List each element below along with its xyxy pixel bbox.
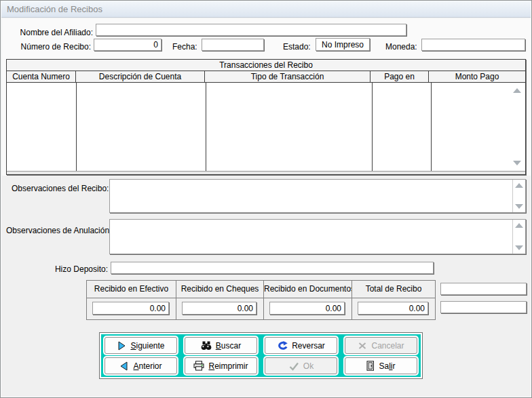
grid-header-row: Cuenta Numero Descripción de Cuenta Tipo… — [7, 71, 525, 83]
hizo-deposito-label: Hizo Deposito: — [54, 264, 108, 274]
column-divider — [372, 83, 373, 171]
total-cell-documentos — [264, 298, 352, 319]
binoculars-icon — [201, 341, 212, 351]
cancel-x-icon — [358, 341, 367, 351]
reversar-button[interactable]: Reversar — [265, 337, 337, 354]
recibido-cheques-input[interactable] — [182, 302, 256, 315]
scroll-up-icon[interactable] — [515, 223, 523, 228]
observaciones-recibo-field — [109, 179, 526, 213]
buscar-button[interactable]: Buscar — [185, 337, 257, 354]
observaciones-recibo-label: Observaciones del Recibo: — [12, 184, 107, 193]
column-divider — [206, 83, 206, 171]
totales-grid: Recibido en Efectivo Recibido en Cheques… — [86, 280, 436, 320]
observaciones-recibo-textarea[interactable] — [110, 180, 512, 212]
cancelar-button[interactable]: Cancelar — [345, 337, 417, 354]
total-header-efectivo: Recibido en Efectivo — [87, 281, 176, 298]
scroll-down-icon[interactable] — [515, 204, 523, 209]
exit-door-icon — [366, 361, 375, 371]
column-divider — [76, 83, 77, 171]
window-title: Modificación de Recibos — [7, 4, 102, 14]
hizo-deposito-input[interactable] — [111, 262, 434, 274]
nombre-afiliado-input[interactable] — [96, 24, 406, 36]
moneda-label: Moneda: — [385, 42, 417, 52]
numero-recibo-input[interactable] — [94, 39, 162, 51]
total-cell-cheques — [176, 298, 264, 319]
grid-title: Transacciones del Recibo — [7, 60, 525, 71]
observaciones-anulacion-scrollbar[interactable] — [512, 220, 525, 254]
scroll-down-icon[interactable] — [513, 161, 521, 165]
numero-recibo-label: Número de Recibo: — [18, 42, 91, 52]
next-triangle-icon — [117, 341, 126, 351]
total-cell-total — [352, 298, 435, 319]
total-recibo-input[interactable] — [358, 302, 428, 315]
col-header-cuenta-numero: Cuenta Numero — [7, 71, 76, 82]
scroll-down-icon[interactable] — [515, 245, 523, 250]
printer-icon — [193, 361, 204, 371]
total-cell-efectivo — [87, 298, 176, 319]
observaciones-anulacion-field — [109, 219, 526, 254]
fecha-label: Fecha: — [172, 42, 197, 52]
recibido-documentos-input[interactable] — [269, 302, 345, 315]
reimprimir-button[interactable]: Reimprimir — [185, 357, 257, 374]
extra-bottom-input[interactable] — [440, 301, 527, 313]
observaciones-anulacion-label: Observaciones de Anulación: — [6, 226, 107, 235]
moneda-input[interactable] — [421, 39, 525, 51]
action-button-panel: Siguiente Buscar Reversar Cancela — [99, 332, 423, 379]
total-header-documentos: Recibido en Documentos — [264, 281, 352, 298]
siguiente-button[interactable]: Siguiente — [104, 337, 177, 354]
total-header-cheques: Recibido en Cheques — [176, 281, 264, 298]
col-header-pago-en: Pago en — [370, 71, 429, 82]
modificacion-recibos-window: Modificación de Recibos Nombre del Afili… — [0, 0, 532, 398]
col-header-monto-pago: Monto Pago — [429, 71, 525, 82]
recibido-efectivo-input[interactable] — [92, 302, 169, 315]
grid-body[interactable] — [7, 83, 525, 171]
fecha-input[interactable] — [202, 39, 264, 51]
total-header-total-recibo: Total de Recibo — [352, 281, 435, 298]
ok-button[interactable]: Ok — [265, 357, 337, 374]
title-bar[interactable]: Modificación de Recibos — [1, 1, 531, 18]
reverse-arrow-icon — [277, 341, 288, 351]
prev-triangle-icon — [119, 361, 129, 371]
col-header-descripcion-cuenta: Descripción de Cuenta — [76, 71, 205, 82]
col-header-tipo-transaccion: Tipo de Transacción — [205, 71, 370, 82]
extra-top-input[interactable] — [440, 283, 527, 295]
grid-bottom-strip — [7, 171, 525, 174]
anterior-button[interactable]: Anterior — [104, 357, 177, 374]
estado-no-impreso-button[interactable]: No Impreso — [316, 38, 370, 51]
transacciones-grid: Transacciones del Recibo Cuenta Numero D… — [6, 59, 526, 175]
nombre-afiliado-label: Nombre del Afiliado: — [20, 28, 93, 37]
column-divider — [431, 83, 432, 171]
estado-label: Estado: — [283, 42, 311, 52]
scroll-up-icon[interactable] — [515, 183, 523, 188]
salir-button[interactable]: Salir — [345, 357, 417, 374]
observaciones-recibo-scrollbar[interactable] — [512, 180, 525, 212]
check-icon — [288, 361, 299, 371]
observaciones-anulacion-textarea[interactable] — [110, 220, 512, 254]
scroll-up-icon[interactable] — [513, 88, 521, 93]
